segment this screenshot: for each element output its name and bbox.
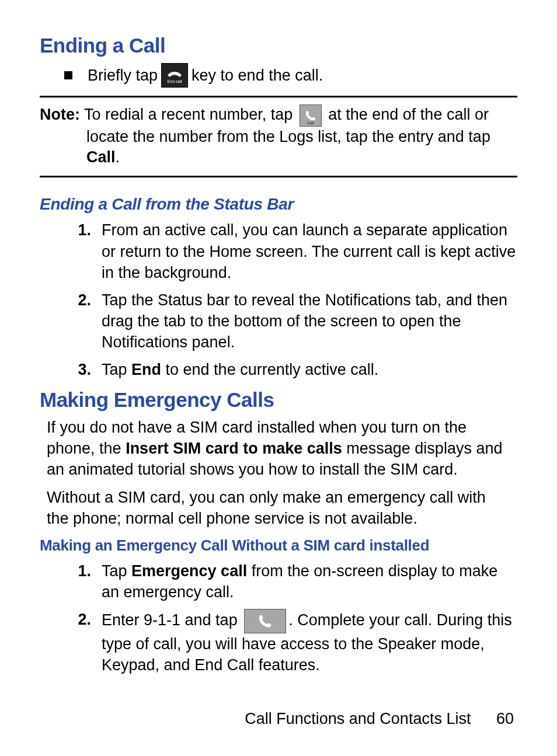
list-item: 2. Enter 9-1-1 and tap . Complete your c…	[40, 609, 517, 676]
call-icon: Call	[300, 104, 322, 127]
list-item: 3. Tap End to end the currently active c…	[40, 359, 517, 380]
note-line2-b: Call	[86, 148, 116, 166]
heading-status-bar: Ending a Call from the Status Bar	[40, 195, 517, 214]
paragraph-sim: If you do not have a SIM card installed …	[47, 417, 511, 480]
step-number: 2.	[55, 290, 102, 353]
step-text-post: to end the currently active call.	[161, 361, 378, 378]
step-text: Tap Emergency call from the on-screen di…	[102, 560, 517, 603]
steps-emergency: 1. Tap Emergency call from the on-screen…	[40, 560, 517, 676]
para-bold: Insert SIM card to make calls	[126, 440, 342, 457]
step-number: 3.	[55, 359, 102, 380]
note-line2-a: locate the number from the Logs list, ta…	[86, 128, 490, 145]
heading-emergency: Making Emergency Calls	[40, 388, 517, 412]
call-icon-label: Call	[300, 120, 321, 126]
step-text: Enter 9-1-1 and tap . Complete your call…	[102, 609, 517, 676]
note-block: Note: To redial a recent number, tap Cal…	[40, 96, 517, 177]
step-text-bold: End	[131, 361, 161, 378]
step-text: From an active call, you can launch a se…	[102, 220, 517, 283]
step-number: 1.	[55, 560, 102, 603]
paragraph-nosim: Without a SIM card, you can only make an…	[47, 487, 511, 529]
dial-call-icon	[244, 609, 286, 633]
note-line1-post: at the end of the call or	[324, 106, 489, 123]
list-item: 1. Tap Emergency call from the on-screen…	[40, 560, 517, 603]
page-footer: Call Functions and Contacts List 60	[245, 710, 514, 728]
bullet-text-pre: Briefly tap	[88, 67, 158, 85]
note-label: Note:	[40, 106, 80, 123]
step-text-pre: Enter 9-1-1 and tap	[102, 611, 242, 629]
footer-section: Call Functions and Contacts List	[245, 710, 471, 727]
end-call-icon: End call	[161, 63, 188, 88]
list-item: 1. From an active call, you can launch a…	[40, 220, 517, 283]
heading-ending-a-call: Ending a Call	[40, 34, 517, 57]
list-item: 2. Tap the Status bar to reveal the Noti…	[40, 290, 517, 353]
end-call-icon-label: End call	[168, 79, 182, 83]
step-text-bold: Emergency call	[131, 562, 247, 580]
note-line2-c: .	[116, 148, 120, 166]
page-number: 60	[496, 710, 514, 727]
heading-emergency-nosim: Making an Emergency Call Without a SIM c…	[40, 536, 517, 555]
step-text-pre: Tap	[102, 361, 131, 378]
step-number: 1.	[55, 220, 102, 283]
step-number: 2.	[55, 609, 102, 676]
bullet-text-post: key to end the call.	[192, 67, 323, 85]
bullet-end-call: Briefly tap End call key to end the call…	[64, 63, 517, 88]
step-text-pre: Tap	[102, 562, 131, 580]
step-text: Tap the Status bar to reveal the Notific…	[102, 290, 517, 353]
note-line1-pre: To redial a recent number, tap	[80, 106, 297, 123]
step-text: Tap End to end the currently active call…	[102, 359, 517, 380]
bullet-icon	[64, 71, 72, 79]
steps-status-bar: 1. From an active call, you can launch a…	[40, 220, 517, 380]
